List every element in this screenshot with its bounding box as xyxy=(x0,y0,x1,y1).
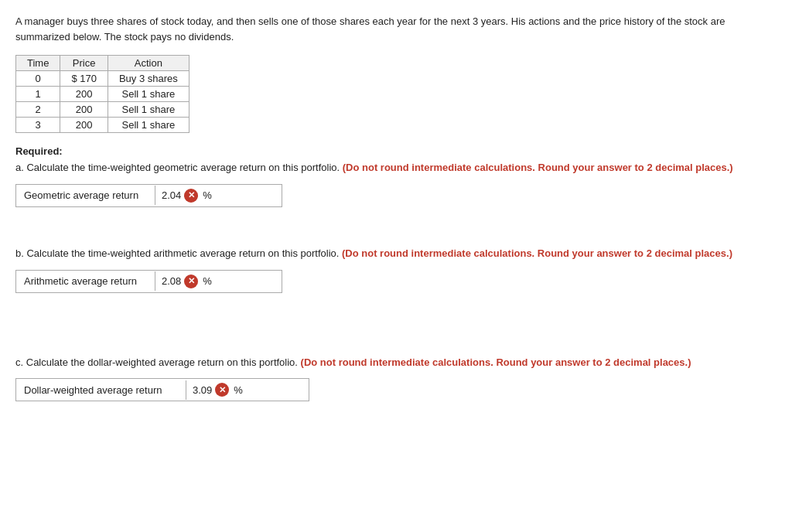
geometric-label: Geometric average return xyxy=(16,186,155,205)
question-c-prefix: c. xyxy=(15,356,23,368)
question-c-body-text: Calculate the dollar-weighted average re… xyxy=(26,356,298,368)
geometric-value: 2.04 xyxy=(162,189,181,201)
question-c-block: c. Calculate the dollar-weighted average… xyxy=(15,355,777,402)
question-a-text: a. Calculate the time-weighted geometric… xyxy=(15,160,777,176)
question-b-block: b. Calculate the time-weighted arithmeti… xyxy=(15,246,777,293)
arithmetic-clear-button[interactable]: ✕ xyxy=(184,275,198,288)
question-a-prefix: a. xyxy=(15,162,24,173)
geometric-clear-button[interactable]: ✕ xyxy=(184,189,198,203)
question-a-body-text: Calculate the time-weighted geometric av… xyxy=(26,162,340,173)
question-a-note: (Do not round intermediate calculations.… xyxy=(343,162,733,173)
table-cell: 200 xyxy=(60,87,108,102)
question-b-text: b. Calculate the time-weighted arithmeti… xyxy=(15,246,777,262)
table-cell: 200 xyxy=(60,118,108,133)
stock-table: Time Price Action 0$ 170Buy 3 shares1200… xyxy=(15,55,189,133)
question-c-text: c. Calculate the dollar-weighted average… xyxy=(15,355,777,371)
required-label: Required: xyxy=(15,145,777,157)
table-cell: 0 xyxy=(16,71,60,87)
dollar-weighted-value-container: 3.09 ✕ % xyxy=(186,379,309,401)
intro-text: A manager buys three shares of stock tod… xyxy=(15,14,777,44)
col-action: Action xyxy=(108,56,189,71)
dollar-weighted-value: 3.09 xyxy=(193,384,212,396)
col-price: Price xyxy=(60,56,108,71)
table-row: 3200Sell 1 share xyxy=(16,118,189,133)
question-a-block: a. Calculate the time-weighted geometric… xyxy=(15,160,777,207)
arithmetic-pct: % xyxy=(203,275,212,287)
table-cell: Buy 3 shares xyxy=(108,71,189,87)
arithmetic-value-container: 2.08 ✕ % xyxy=(155,271,282,292)
table-row: 2200Sell 1 share xyxy=(16,102,189,118)
dollar-weighted-answer-row: Dollar-weighted average return 3.09 ✕ % xyxy=(15,378,309,401)
geometric-answer-row: Geometric average return 2.04 ✕ % xyxy=(15,184,282,207)
question-b-note: (Do not round intermediate calculations.… xyxy=(342,247,732,259)
table-row: 1200Sell 1 share xyxy=(16,87,189,102)
arithmetic-value: 2.08 xyxy=(162,275,181,287)
geometric-value-container: 2.04 ✕ % xyxy=(155,185,282,206)
table-cell: 3 xyxy=(16,118,60,133)
col-time: Time xyxy=(16,56,60,71)
question-b-body-text: Calculate the time-weighted arithmetic a… xyxy=(26,247,339,259)
table-cell: 1 xyxy=(16,87,60,102)
table-cell: Sell 1 share xyxy=(108,87,189,102)
table-cell: 200 xyxy=(60,102,108,118)
arithmetic-label: Arithmetic average return xyxy=(16,271,155,291)
dollar-weighted-pct: % xyxy=(234,384,243,396)
table-cell: Sell 1 share xyxy=(108,102,189,118)
arithmetic-answer-row: Arithmetic average return 2.08 ✕ % xyxy=(15,270,282,293)
table-cell: $ 170 xyxy=(60,71,108,87)
geometric-pct: % xyxy=(203,189,212,201)
question-b-prefix: b. xyxy=(15,247,24,259)
question-c-note: (Do not round intermediate calculations.… xyxy=(301,356,691,368)
dollar-weighted-clear-button[interactable]: ✕ xyxy=(215,383,229,397)
table-row: 0$ 170Buy 3 shares xyxy=(16,71,189,87)
table-cell: Sell 1 share xyxy=(108,118,189,133)
dollar-weighted-label: Dollar-weighted average return xyxy=(16,380,186,400)
table-cell: 2 xyxy=(16,102,60,118)
